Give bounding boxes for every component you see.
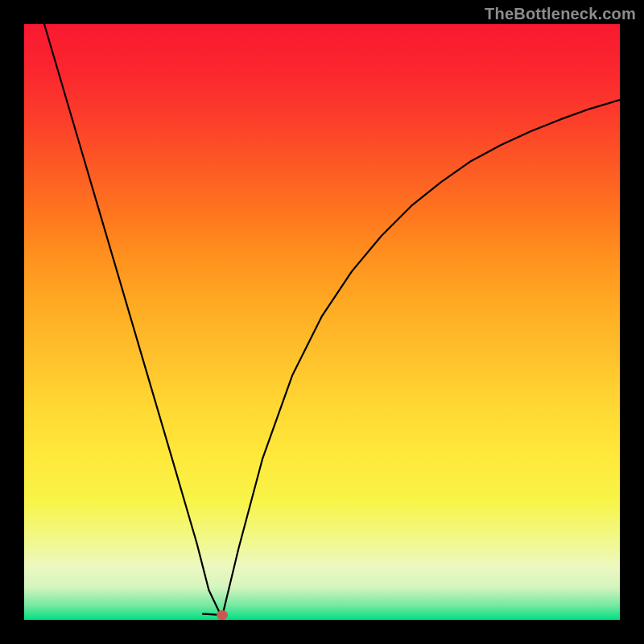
curve-layer — [24, 24, 620, 620]
chart-stage: TheBottleneck.com — [0, 0, 644, 644]
optimal-marker-icon — [217, 610, 228, 620]
curve-left-branch — [24, 24, 221, 615]
watermark-text: TheBottleneck.com — [485, 5, 636, 23]
curve-right-branch — [222, 100, 620, 615]
plot-area — [24, 24, 620, 620]
